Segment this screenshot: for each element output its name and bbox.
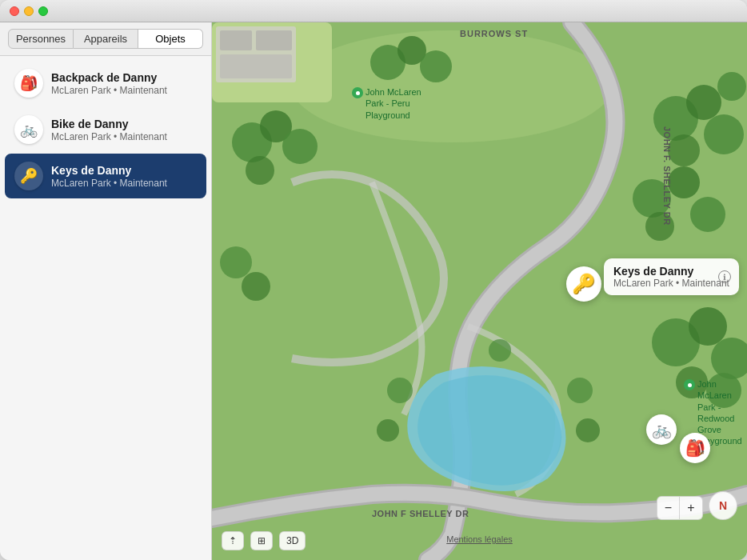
svg-point-27 (377, 419, 399, 442)
bike-icon: 🚲 (14, 115, 43, 144)
svg-point-12 (704, 114, 744, 154)
svg-point-11 (686, 85, 721, 120)
callout-subtitle: McLaren Park • Maintenant (613, 278, 729, 289)
svg-point-26 (387, 378, 413, 403)
location-dot-redwood (684, 379, 695, 390)
svg-rect-32 (220, 30, 252, 50)
svg-point-17 (690, 197, 725, 232)
map-view-button[interactable]: ⊞ (250, 531, 273, 550)
svg-rect-33 (256, 30, 292, 50)
street-john-shelley-h: JOHN F SHELLEY DR (372, 509, 469, 518)
svg-point-16 (668, 166, 700, 198)
svg-point-5 (282, 129, 318, 164)
map-area[interactable]: BURROWS ST JOHN F. SHELLEY DR JOHN F SHE… (212, 22, 747, 560)
marker-backpack[interactable]: 🎒 (680, 433, 710, 463)
location-button[interactable]: ⇡ (222, 531, 244, 550)
bike-name: Bike de Danny (51, 118, 197, 130)
location-icon: ⇡ (229, 535, 237, 546)
svg-point-14 (717, 72, 746, 101)
traffic-lights (10, 6, 48, 16)
zoom-plus-button[interactable]: + (680, 497, 702, 519)
zoom-minus-button[interactable]: − (657, 497, 680, 519)
sidebar: Personnes Appareils Objets 🎒 Backpack de… (0, 22, 212, 560)
keys-icon: 🔑 (14, 162, 43, 190)
svg-point-13 (668, 134, 700, 166)
main-content: Personnes Appareils Objets 🎒 Backpack de… (0, 22, 747, 560)
backpack-icon: 🎒 (14, 69, 43, 98)
bike-location: McLaren Park • Maintenant (51, 131, 197, 142)
marker-keys[interactable]: 🔑 (566, 266, 601, 302)
map-controls-bottom: ⇡ ⊞ 3D (222, 531, 306, 550)
keys-text: Keys de Danny McLaren Park • Maintenant (51, 164, 197, 189)
compass-button[interactable]: N (709, 491, 737, 520)
svg-point-20 (689, 307, 727, 346)
callout-title: Keys de Danny (613, 265, 729, 278)
legal-mentions[interactable]: Mentions légales (446, 534, 513, 544)
minimize-button[interactable] (24, 6, 34, 16)
close-button[interactable] (10, 6, 19, 16)
bike-text: Bike de Danny McLaren Park • Maintenant (51, 118, 197, 142)
keys-location: McLaren Park • Maintenant (51, 178, 197, 189)
svg-rect-34 (220, 54, 292, 78)
threed-button[interactable]: 3D (279, 531, 306, 550)
svg-point-24 (220, 246, 252, 278)
backpack-location: McLaren Park • Maintenant (51, 85, 197, 96)
svg-point-30 (489, 339, 511, 362)
tab-appareils[interactable]: Appareils (74, 29, 138, 49)
tab-bar: Personnes Appareils Objets (0, 22, 211, 56)
street-burrows: BURROWS ST (460, 29, 528, 38)
svg-point-25 (242, 272, 270, 301)
zoom-controls: − + (657, 496, 703, 520)
info-button[interactable]: ℹ (718, 270, 731, 283)
backpack-name: Backpack de Danny (51, 71, 197, 84)
svg-point-6 (246, 156, 274, 185)
list-item-backpack[interactable]: 🎒 Backpack de Danny McLaren Park • Maint… (5, 61, 206, 106)
map-icon: ⊞ (258, 535, 266, 546)
svg-point-29 (576, 418, 600, 442)
tab-personnes[interactable]: Personnes (8, 29, 74, 49)
svg-point-1 (292, 30, 612, 142)
svg-point-28 (567, 378, 593, 403)
street-john-shelley-v: JOHN F. SHELLEY DR (662, 126, 672, 226)
maximize-button[interactable] (38, 6, 48, 16)
list-item-bike[interactable]: 🚲 Bike de Danny McLaren Park • Maintenan… (5, 107, 206, 152)
marker-bike[interactable]: 🚲 (646, 414, 677, 445)
keys-name: Keys de Danny (51, 164, 197, 177)
list-item-keys[interactable]: 🔑 Keys de Danny McLaren Park • Maintenan… (5, 154, 206, 198)
items-list: 🎒 Backpack de Danny McLaren Park • Maint… (0, 56, 211, 560)
titlebar (0, 0, 747, 22)
location-dot-peru (352, 87, 363, 98)
location-john-peru: John McLarenPark - PeruPlayground (352, 86, 421, 121)
svg-point-9 (420, 50, 452, 82)
callout-keys: Keys de Danny McLaren Park • Maintenant … (604, 258, 739, 295)
app-window: Personnes Appareils Objets 🎒 Backpack de… (0, 0, 747, 560)
tab-objets[interactable]: Objets (138, 29, 203, 49)
backpack-text: Backpack de Danny McLaren Park • Mainten… (51, 71, 197, 96)
